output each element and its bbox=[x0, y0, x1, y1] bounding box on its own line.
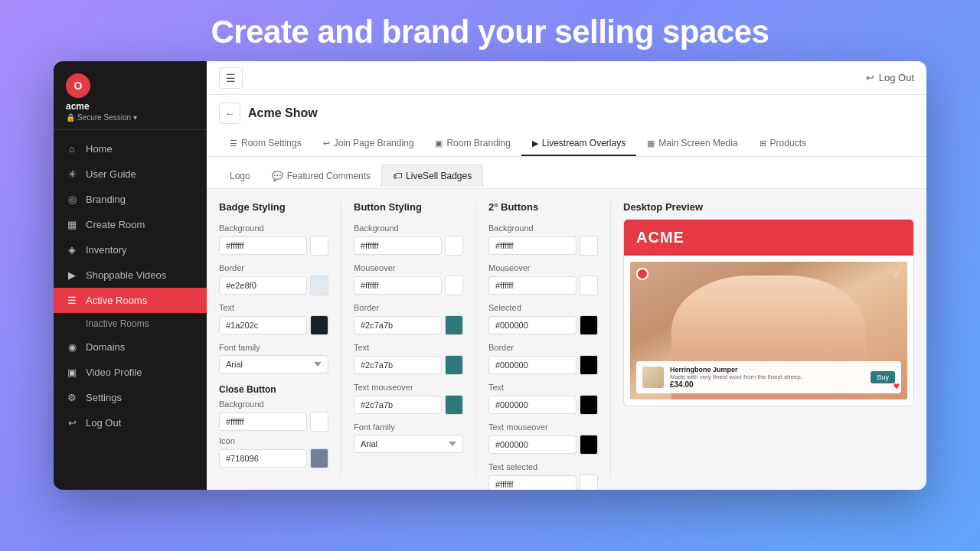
btn-text-swatch[interactable] bbox=[445, 355, 463, 375]
btn-border-group: Border bbox=[354, 303, 463, 335]
close-bg-input-row bbox=[219, 412, 328, 432]
sidebar-item-inventory[interactable]: ◈ Inventory bbox=[54, 237, 207, 262]
expand-icon: ⤢ bbox=[893, 268, 901, 279]
s2-text-mouseover-input[interactable] bbox=[488, 435, 577, 454]
chevron-down-icon: ▾ bbox=[133, 113, 137, 122]
sidebar-item-label: Home bbox=[86, 143, 113, 155]
s2-selected-swatch[interactable] bbox=[580, 315, 598, 335]
badge-border-input[interactable] bbox=[219, 276, 307, 295]
badge-background-group: Background bbox=[219, 223, 328, 256]
page-title: Acme Show bbox=[248, 106, 318, 120]
back-button[interactable]: ← bbox=[219, 103, 240, 124]
badge-background-input[interactable] bbox=[219, 236, 307, 255]
btn-text-label: Text bbox=[354, 343, 463, 352]
btn-border-label: Border bbox=[354, 303, 463, 312]
tab-main-screen-media[interactable]: ▦ Main Screen Media bbox=[636, 132, 748, 156]
s2-text-mouseover-swatch[interactable] bbox=[580, 435, 598, 455]
close-button-section: Close Button Background Icon bbox=[219, 384, 328, 468]
btn-font-select[interactable]: ArialHelveticaGeorgia bbox=[354, 435, 463, 453]
s2-mouseover-input[interactable] bbox=[488, 276, 577, 295]
s2-text-input[interactable] bbox=[488, 396, 577, 414]
close-icon-input[interactable] bbox=[219, 449, 307, 468]
hamburger-button[interactable]: ☰ bbox=[219, 67, 243, 89]
close-icon-group: Icon bbox=[219, 436, 328, 468]
badge-text-input[interactable] bbox=[219, 316, 307, 334]
s2-bg-group: Background bbox=[488, 223, 598, 256]
sidebar-item-branding[interactable]: ◎ Branding bbox=[54, 187, 207, 212]
sub-tab-logo[interactable]: Logo bbox=[219, 165, 261, 188]
s2-text-selected-input[interactable] bbox=[488, 475, 577, 490]
sidebar-item-inactive-rooms[interactable]: Inactive Rooms bbox=[54, 313, 207, 334]
sidebar-item-label: Settings bbox=[86, 392, 122, 403]
btn-bg-swatch[interactable] bbox=[445, 236, 463, 256]
sub-tabs: Logo 💬 Featured Comments 🏷 LiveSell Badg… bbox=[207, 157, 926, 189]
s2-mouseover-swatch[interactable] bbox=[580, 276, 598, 295]
tab-join-page-branding[interactable]: ↩ Join Page Branding bbox=[312, 132, 425, 156]
s2-text-selected-swatch[interactable] bbox=[580, 474, 598, 490]
btn-text-mouseover-input[interactable] bbox=[354, 396, 442, 414]
sidebar-item-settings[interactable]: ⚙ Settings bbox=[54, 385, 207, 410]
sidebar-item-user-guide[interactable]: ✳ User Guide bbox=[54, 161, 207, 187]
s2-bg-input[interactable] bbox=[488, 236, 577, 255]
sidebar-item-log-out[interactable]: ↩ Log Out bbox=[54, 410, 207, 435]
tab-room-branding[interactable]: ▣ Room Branding bbox=[424, 132, 521, 156]
sidebar-item-active-rooms[interactable]: ☰ Active Rooms bbox=[54, 288, 207, 313]
btn-text-input[interactable] bbox=[354, 356, 442, 374]
s2-mouseover-label: Mouseover bbox=[488, 263, 598, 272]
btn-border-swatch[interactable] bbox=[445, 315, 463, 335]
sidebar-item-create-room[interactable]: ▦ Create Room bbox=[54, 212, 207, 237]
s2-border-swatch[interactable] bbox=[580, 355, 598, 375]
product-thumbnail bbox=[642, 367, 664, 388]
badge-text-label: Text bbox=[219, 303, 328, 312]
product-desc: Made with very finest wool from the fine… bbox=[670, 373, 864, 380]
btn-mouseover-swatch[interactable] bbox=[445, 276, 463, 295]
btn-border-input[interactable] bbox=[354, 316, 442, 334]
badge-border-swatch[interactable] bbox=[310, 276, 328, 295]
btn-bg-group: Background bbox=[354, 223, 463, 256]
badge-border-label: Border bbox=[219, 263, 328, 272]
tab-products[interactable]: ⊞ Products bbox=[749, 132, 817, 156]
close-bg-input[interactable] bbox=[219, 412, 307, 431]
badge-font-select[interactable]: ArialHelveticaGeorgia bbox=[219, 355, 328, 373]
sidebar-logo-section: O acme 🔒 Secure Session ▾ bbox=[54, 61, 207, 130]
close-icon-swatch[interactable] bbox=[310, 448, 328, 468]
main-content: ☰ ↩ Log Out ← Acme Show ☰ Room Settings bbox=[207, 61, 926, 490]
s2-bg-input-row bbox=[488, 236, 598, 256]
btn-text-mouseover-swatch[interactable] bbox=[445, 395, 463, 415]
s2-bg-swatch[interactable] bbox=[580, 236, 598, 256]
close-icon-input-row bbox=[219, 448, 328, 468]
badge-styling-col: Badge Styling Background Border bbox=[219, 201, 328, 478]
sidebar-item-video-profile[interactable]: ▣ Video Profile bbox=[54, 360, 207, 385]
sidebar-item-shoppable-videos[interactable]: ▶ Shoppable Videos bbox=[54, 262, 207, 288]
badge-font-family-group: Font family ArialHelveticaGeorgia bbox=[219, 343, 328, 373]
shoppable-videos-icon: ▶ bbox=[66, 269, 78, 281]
sidebar-item-label: Inventory bbox=[86, 244, 126, 256]
tab-room-settings[interactable]: ☰ Room Settings bbox=[219, 132, 312, 156]
badge-text-swatch[interactable] bbox=[310, 315, 328, 335]
sub-tab-livesell-badges[interactable]: 🏷 LiveSell Badges bbox=[381, 165, 483, 188]
badge-styling-title: Badge Styling bbox=[219, 201, 328, 213]
settings-icon: ⚙ bbox=[66, 392, 78, 403]
btn-mouseover-input-row bbox=[354, 276, 463, 295]
room-branding-tab-icon: ▣ bbox=[435, 139, 443, 148]
sidebar-item-domains[interactable]: ◉ Domains bbox=[54, 334, 207, 360]
branding-icon: ◎ bbox=[66, 194, 78, 205]
badge-background-swatch[interactable] bbox=[310, 236, 328, 256]
s2-text-swatch[interactable] bbox=[580, 395, 598, 415]
topbar-right[interactable]: ↩ Log Out bbox=[866, 72, 914, 83]
tab-livestream-overlays[interactable]: ▶ Livestream Overlays bbox=[521, 132, 636, 156]
tab-label: Room Settings bbox=[241, 138, 302, 148]
sidebar-item-home[interactable]: ⌂ Home bbox=[54, 136, 207, 161]
s2-selected-input[interactable] bbox=[488, 316, 577, 334]
buy-button[interactable]: Buy bbox=[871, 371, 895, 383]
close-bg-swatch[interactable] bbox=[310, 412, 328, 432]
btn-bg-input[interactable] bbox=[354, 236, 442, 255]
fc-icon: 💬 bbox=[272, 171, 283, 181]
sub-tab-featured-comments[interactable]: 💬 Featured Comments bbox=[261, 165, 381, 188]
btn-font-family-label: Font family bbox=[354, 422, 463, 432]
btn-mouseover-input[interactable] bbox=[354, 276, 442, 295]
s2-text-selected-group: Text selected bbox=[488, 462, 598, 490]
s2-border-input[interactable] bbox=[488, 356, 577, 374]
s2-mouseover-input-row bbox=[488, 276, 598, 295]
sidebar-item-label: Video Profile bbox=[86, 367, 142, 378]
